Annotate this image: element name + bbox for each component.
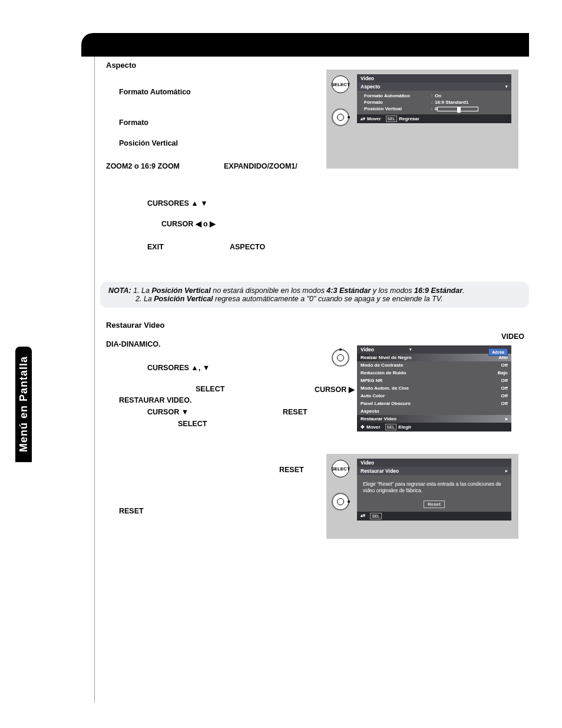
osd2-row[interactable]: MPEG NROff	[357, 377, 511, 384]
expandido-line-a: EXPANDIDO/ZOOM1/	[224, 162, 297, 172]
osd3-sub-label: Restaurar Video	[361, 468, 399, 474]
osd2-footer: ✥Mover SELElegir	[357, 423, 511, 431]
osd2-choose: Elegir	[398, 424, 411, 430]
arrow-right-icon: ▸	[505, 469, 508, 473]
osd2-row-key: Restaurar Video	[361, 416, 437, 421]
note2-c: regresa automáticamente a "0" cuando se …	[213, 295, 443, 303]
note2-b: Posición Vertical	[154, 295, 213, 303]
osd2-header-label: Video	[361, 347, 374, 353]
arrows-ud-icon: ▴▾	[361, 117, 365, 121]
osd2-row-val: ▸	[505, 416, 508, 421]
osd2-row-key: Modo de Contraste	[361, 363, 437, 368]
osd1-sel-key: SEL	[386, 116, 398, 122]
select-button-icon: SELECT	[332, 75, 349, 93]
osd2-row-key: Aspecto	[361, 409, 437, 414]
ring-top-icon	[332, 349, 349, 367]
osd-video-list-wrap: Video▾ Aérea Realzar Nivel de NegroAltoM…	[326, 345, 518, 449]
osd1-sub: Aspecto▾	[357, 83, 511, 91]
osd2-row-key: MPEG NR	[361, 378, 437, 383]
cursor-lr: CURSOR ◀ o ▶	[106, 219, 524, 229]
arrows-cross-icon: ✥	[361, 425, 365, 430]
dropdown-icon: ▾	[505, 84, 508, 89]
osd2-row-key: Realzar Nivel de Negro	[361, 355, 437, 360]
osd1-row-val: 16:9 Standard1	[435, 100, 468, 105]
aspecto-title: Aspecto	[106, 60, 524, 71]
osd3-header: Video	[357, 459, 511, 467]
side-tab-label: Menú en Pantalla	[18, 356, 30, 452]
osd1-row: Formato Automático:On	[364, 93, 508, 99]
osd2-row-val: Off	[501, 363, 508, 368]
dropdown-icon: ▾	[409, 347, 412, 352]
osd3-sel-key: SEL	[370, 513, 382, 519]
ring-right-icon	[332, 108, 349, 126]
osd2-row-key: Reducción de Ruido	[361, 370, 437, 375]
osd2-row[interactable]: Auto ColorOff	[357, 392, 511, 400]
note-box: NOTA: 1. La Posición Vertical no estará …	[100, 282, 529, 308]
osd2-row-val: Off	[501, 378, 508, 383]
note1-f: 16:9 Estándar	[414, 286, 462, 295]
osd3-body-text: Elegir "Reset" para regresar esta entrad…	[357, 475, 511, 498]
osd1-row-val: On	[435, 93, 441, 98]
reset-button[interactable]: Reset	[424, 500, 445, 508]
note1-d: 4:3 Estándar	[326, 286, 371, 295]
note2-a: 2. La	[135, 295, 154, 303]
aspecto-caps: ASPECTO	[230, 242, 265, 252]
arrows-ud-icon: ▴▾	[361, 513, 365, 518]
osd2-row[interactable]: Modo Autom. de CineOff	[357, 384, 511, 392]
osd2-move: Mover	[366, 424, 381, 430]
select-button-icon: SELECT	[332, 460, 349, 477]
select-1: SELECT	[106, 385, 291, 394]
osd-reset-wrap: SELECT Video Restaurar Video▸ Elegir "Re…	[326, 454, 518, 539]
select-button-icon-label: SELECT	[331, 466, 350, 472]
osd2-row-key: Auto Color	[361, 393, 437, 398]
osd3-footer: ▴▾ SEL	[357, 512, 511, 521]
osd1-move: Mover	[367, 116, 381, 121]
osd2-row-val: Bajo	[498, 370, 508, 375]
osd2-row-val: Off	[501, 393, 508, 398]
note1-g: .	[462, 286, 464, 295]
osd2-row[interactable]: Modo de ContrasteOff	[357, 361, 511, 369]
restaurar-title: Restaurar Video	[106, 321, 524, 330]
osd1-header-label: Video	[361, 75, 374, 81]
select-button-icon-label: SELECT	[331, 82, 350, 87]
osd-video-list: Video▾ Aérea Realzar Nivel de NegroAltoM…	[357, 345, 511, 431]
osd2-sel-key: SEL	[385, 424, 397, 430]
exit-label: EXIT	[106, 242, 230, 252]
aerea-badge: Aérea	[488, 348, 508, 356]
osd-reset: Video Restaurar Video▸ Elegir "Reset" pa…	[357, 459, 511, 521]
osd2-row-key: Modo Autom. de Cine	[361, 386, 437, 391]
reset-1: RESET	[283, 408, 308, 416]
note1-b: Posición Vertical	[151, 286, 210, 295]
top-black-banner	[81, 33, 529, 57]
osd1-sub-label: Aspecto	[361, 84, 381, 90]
note1-a: 1. La	[133, 286, 151, 295]
osd-aspecto-wrap: SELECT Video Aspecto▾ Formato Automático…	[326, 70, 518, 169]
osd2-row-val: Off	[501, 386, 508, 391]
slider[interactable]	[437, 106, 478, 111]
osd1-row-key: Posición Vertical	[364, 106, 429, 111]
osd1-row-key: Formato Automático	[364, 93, 429, 98]
margin-rule	[94, 57, 95, 703]
side-tab: Menú en Pantalla	[15, 347, 32, 462]
osd2-row[interactable]: Reducción de RuidoBajo	[357, 369, 511, 377]
osd3-sub: Restaurar Video▸	[357, 467, 511, 475]
cursores-ud: CURSORES ▲ ▼	[106, 199, 524, 209]
osd2-row-val: Off	[501, 401, 508, 406]
osd2-row-key: Panel Lateral Obscuro	[361, 401, 437, 406]
cursor-d: CURSOR ▼	[106, 408, 283, 416]
note1-e: y los modos	[371, 286, 414, 295]
osd2-header: Video▾ Aérea	[357, 345, 511, 354]
osd1-row: Posición Vertical:0	[364, 106, 508, 112]
osd2-row[interactable]: Panel Lateral ObscuroOff	[357, 400, 511, 407]
osd1-footer: ▴▾Mover SELRegresar	[357, 114, 511, 123]
osd-aspecto: Video Aspecto▾ Formato Automático:OnForm…	[357, 74, 511, 123]
expandido-line-b: ZOOM2 o 16:9 ZOOM	[106, 162, 224, 172]
osd1-row: Formato:16:9 Standard1	[364, 99, 508, 106]
note1-c: no estará disponible en los modos	[211, 286, 327, 295]
video-caps: VIDEO	[501, 332, 524, 341]
osd1-back: Regresar	[399, 116, 419, 121]
osd2-row[interactable]: Aspecto	[357, 407, 511, 415]
osd2-row[interactable]: Restaurar Video▸	[357, 415, 511, 423]
select-1-lbl: SELECT	[196, 385, 224, 393]
osd3-header-label: Video	[361, 460, 374, 466]
